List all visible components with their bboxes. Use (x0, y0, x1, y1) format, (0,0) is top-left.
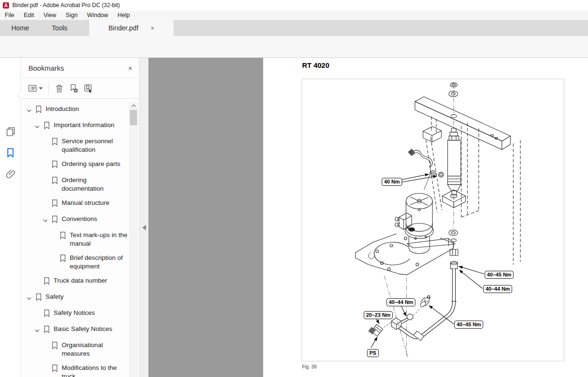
chevron-expand-icon[interactable] (27, 293, 35, 303)
bookmark-target-icon (83, 83, 93, 93)
bookmark-glyph-icon (51, 137, 62, 147)
bookmark-item[interactable]: Important Information (21, 121, 129, 131)
bookmark-item[interactable]: Modifications to the truck (21, 364, 129, 377)
tab-home[interactable]: Home (0, 20, 40, 36)
chevron-placeholder (43, 176, 51, 178)
tab-bar: Home Tools Binder.pdf × (0, 20, 588, 36)
collapse-panel-icon[interactable] (142, 225, 146, 230)
bookmark-label: Truck data number (54, 276, 107, 285)
bookmark-item[interactable]: Basic Safety Notices (21, 325, 129, 335)
bookmark-item[interactable]: Organisational measures (21, 341, 129, 358)
exploded-diagram-figure: 40 Nm 40–45 Nm 40–44 Nm 40–44 Nm 20–23 N… (302, 79, 564, 361)
close-panel-icon[interactable]: × (128, 64, 132, 72)
tab-close-icon[interactable]: × (151, 25, 155, 31)
menu-view[interactable]: View (39, 12, 61, 18)
scroll-up-icon[interactable] (129, 102, 138, 110)
menu-file[interactable]: File (0, 12, 19, 18)
menu-sign[interactable]: Sign (61, 12, 83, 18)
trash-icon (55, 83, 64, 93)
torque-callout: 40–44 Nm (386, 298, 415, 306)
tab-document[interactable]: Binder.pdf × (89, 20, 174, 36)
page-thumbnails-button[interactable] (4, 125, 17, 138)
chevron-placeholder (51, 254, 59, 256)
figure-caption: Fig. 39 (302, 364, 317, 369)
bookmark-glyph-icon (59, 231, 70, 241)
center-lines (384, 82, 453, 357)
scrollbar-thumb[interactable] (130, 110, 137, 125)
bookmark-item[interactable]: Text mark-ups in the manual (21, 231, 129, 248)
bookmark-item[interactable]: Ordering spare parts (21, 160, 129, 170)
torque-callout: 40–44 Nm (483, 285, 512, 293)
hydraulic-cylinder (448, 129, 461, 195)
cylinder-mount-bracket (442, 190, 466, 208)
chevron-placeholder (43, 341, 51, 343)
bookmark-glyph-icon (51, 341, 62, 351)
bookmark-label: Text mark-ups in the manual (70, 231, 129, 248)
bookmark-item[interactable]: Brief description of equipment (21, 254, 129, 271)
chevron-expand-icon[interactable] (35, 325, 43, 335)
bookmark-label: Modifications to the truck (62, 364, 129, 377)
chevron-expand-icon[interactable] (35, 121, 43, 131)
elbow-fitting (391, 307, 421, 330)
bookmarks-panel-button[interactable] (4, 147, 17, 159)
bookmark-item[interactable]: Ordering documentation (21, 176, 129, 193)
banjo-fitting (419, 295, 431, 307)
bookmark-glyph-icon (51, 199, 62, 209)
bookmarks-toolbar (21, 78, 139, 99)
menu-window[interactable]: Window (83, 12, 113, 18)
document-canvas (148, 58, 263, 377)
bookmarks-header: Bookmarks × (21, 58, 139, 78)
bookmark-item[interactable]: Truck data number (21, 276, 129, 287)
chevron-expand-icon[interactable] (27, 105, 35, 115)
valve-block (395, 213, 412, 230)
menu-bar: File Edit View Sign Window Help (0, 10, 588, 20)
menu-edit[interactable]: Edit (19, 12, 39, 18)
pages-icon (5, 126, 16, 137)
bookmark-item[interactable]: Conventions (21, 215, 129, 225)
chevron-placeholder (35, 309, 43, 311)
bookmark-options-button[interactable] (28, 83, 43, 93)
chevron-placeholder (51, 231, 59, 233)
bookmark-item[interactable]: Introduction (21, 105, 129, 115)
delete-bookmark-button[interactable] (55, 83, 64, 93)
paperclip-icon (5, 169, 16, 180)
bookmark-glyph-icon (35, 293, 46, 303)
chevron-placeholder (43, 199, 51, 201)
goto-bookmark-button[interactable] (83, 83, 93, 93)
bookmark-glyph-icon (43, 276, 54, 287)
exploded-diagram (302, 79, 564, 361)
bookmark-item[interactable]: Safety Notices (21, 309, 129, 319)
tab-tools[interactable]: Tools (40, 20, 79, 36)
add-bookmark-button[interactable] (69, 83, 79, 93)
bookmark-glyph-icon (43, 325, 54, 335)
torque-callout: 40–45 Nm (454, 321, 483, 329)
divider (48, 83, 49, 94)
chevron-down-icon (39, 87, 43, 90)
bookmarks-scrollbar[interactable] (129, 102, 138, 377)
bookmark-label: Introduction (46, 105, 79, 113)
bookmark-glyph-icon (51, 160, 62, 170)
washers-fittings (449, 230, 458, 269)
bookmarks-title: Bookmarks (28, 64, 64, 72)
bookmark-label: Organisational measures (62, 341, 129, 358)
torque-callout: 40–45 Nm (485, 271, 514, 279)
chevron-placeholder (43, 137, 51, 139)
panel-splitter[interactable] (139, 58, 148, 377)
bookmark-glyph-icon (43, 121, 54, 131)
bookmarks-panel: Bookmarks × (21, 58, 139, 377)
bookmark-label: Service personnel qualification (62, 137, 129, 154)
bookmark-item[interactable]: Service personnel qualification (21, 137, 129, 154)
page-title: RT 4020 (302, 61, 330, 69)
menu-help[interactable]: Help (113, 12, 135, 18)
chevron-expand-icon[interactable] (43, 215, 51, 225)
bookmark-label: Ordering spare parts (62, 160, 120, 168)
bookmark-label: Safety Notices (54, 309, 95, 317)
chevron-placeholder (35, 276, 43, 278)
pressure-sensor (368, 322, 391, 336)
bookmark-item[interactable]: Safety (21, 293, 129, 303)
attachments-button[interactable] (4, 168, 17, 180)
bookmark-item[interactable]: Manual structure (21, 199, 129, 209)
top-beam (415, 97, 510, 150)
port-label: PS (367, 349, 379, 357)
bookmark-label: Conventions (62, 215, 97, 223)
